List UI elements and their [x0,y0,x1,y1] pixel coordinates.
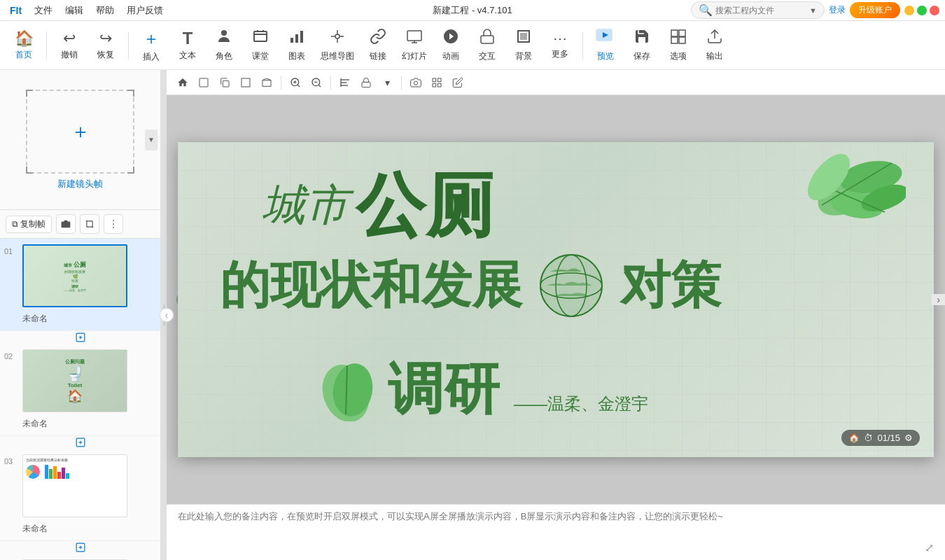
ct-divider-1 [281,76,281,90]
animation-icon [442,28,459,49]
toolbar-class[interactable]: 课堂 [244,24,277,66]
copy-frame-button[interactable]: ⧉ 复制帧 [6,216,52,233]
svg-rect-33 [262,80,271,86]
ct-grid-icon[interactable] [428,74,446,92]
mini-pie-chart [26,465,40,479]
toolbar-options-label: 选项 [670,50,687,62]
new-frame-box[interactable]: ＋ [26,90,134,174]
interact-icon [479,28,496,49]
split-handle[interactable] [161,70,167,560]
search-dropdown-icon[interactable]: ▼ [809,6,817,15]
minimize-button[interactable] [904,6,914,15]
svg-rect-15 [671,30,678,36]
toolbar-home-label: 首页 [15,49,32,61]
ct-zoom-in-icon[interactable] [286,74,304,92]
menu-file[interactable]: 文件 [30,3,57,18]
toolbar-home[interactable]: 🏠 首页 [7,24,41,66]
search-icon: 🔍 [699,4,713,17]
ct-square-icon[interactable] [237,74,255,92]
menu-edit[interactable]: 编辑 [61,3,88,18]
toolbar-link[interactable]: 链接 [361,24,395,66]
svg-rect-18 [679,37,685,43]
toolbar-options[interactable]: 选项 [662,24,695,66]
upgrade-button[interactable]: 升级账户 [850,2,900,18]
toolbar-more[interactable]: ⋯ 更多 [543,24,577,66]
toolbar-redo-label: 恢复 [97,49,114,61]
menu-feedback[interactable]: 用户反馈 [122,3,167,18]
insert-icon: ＋ [143,27,160,50]
svg-point-0 [221,30,227,36]
toolbar-animation[interactable]: 动画 [434,24,468,66]
slide-number-3: 03 [4,454,18,465]
toolbar-save[interactable]: 保存 [625,24,659,66]
ct-frame-icon[interactable] [195,74,213,92]
svg-rect-2 [290,38,293,43]
ct-copy-icon[interactable] [216,74,234,92]
toolbar-bg[interactable]: 背景 [507,24,540,66]
more-options-button[interactable] [104,214,123,234]
corner-bl [26,167,33,174]
slide-thumb-2: 公厕问题 🚽 Toilet 🏠 [22,349,127,412]
slide-counter: 🏠 ⏱ 01/15 ⚙ [841,430,920,446]
svg-rect-47 [433,78,436,82]
slide-name-1: 未命名 [22,313,127,325]
camera-button[interactable] [56,214,76,234]
new-frame-label[interactable]: 新建镜头帧 [57,178,103,190]
login-button[interactable]: 登录 [829,4,846,16]
ct-screenshot-icon[interactable] [407,74,425,92]
toolbar-divider-2 [128,31,129,59]
ct-lock-icon[interactable] [357,74,375,92]
search-box[interactable]: 🔍 ▼ [691,1,825,19]
toolbar-export[interactable]: 输出 [698,24,732,66]
svg-rect-17 [671,37,678,43]
ct-dropdown-icon[interactable]: ▾ [378,74,396,92]
close-button[interactable] [930,6,939,15]
expand-notes-button[interactable]: ⤢ [925,541,934,554]
toolbar-link-label: 链接 [370,50,386,62]
toolbar-slide[interactable]: 幻灯片 [398,24,431,66]
slide-item-1[interactable]: 01 城市 公厕 的现状和发展 🌿 对策 调研 ——温柔、金澄宇 [0,239,160,331]
ct-zoom-out-icon[interactable] [307,74,326,92]
crop-button[interactable] [80,214,99,234]
toolbar-interact[interactable]: 交互 [470,24,504,66]
slide-title-row2: 的现状和发展 对策 [220,251,721,321]
slide-item-3[interactable]: 03 当前状况调查结果分析表格 [0,449,160,541]
corner-tl [26,90,33,97]
toolbar-class-label: 课堂 [252,50,269,62]
right-collapse-button[interactable]: › [931,294,945,305]
chart-icon [288,28,305,49]
ct-edit-icon[interactable] [449,74,467,92]
collapse-panel-button[interactable]: ▼ [145,130,158,150]
slide-name-2: 未命名 [22,418,127,430]
slide-content[interactable]: 城市 公厕 的现状和发展 对策 [178,142,934,457]
slide-thumb-1-content: 城市 公厕 的现状和发展 🌿 对策 调研 ——温柔、金澄宇 [24,246,126,306]
slide-title-row3: 调研 ——温柔、金澄宇 [318,352,648,428]
ct-home-icon[interactable] [174,74,192,92]
search-input[interactable] [715,6,806,15]
menu-help[interactable]: 帮助 [92,3,118,18]
title-bar: FIt 文件 编辑 帮助 用户反馈 新建工程 - v4.7.101 🔍 ▼ 登录… [0,0,945,21]
ct-layers-icon[interactable] [258,74,276,92]
ct-divider-2 [330,76,331,90]
toolbar-character-label: 角色 [216,50,232,62]
toolbar-text[interactable]: T 文本 [171,24,204,66]
toolbar-redo[interactable]: ↪ 恢复 [89,24,122,66]
toolbar-character[interactable]: 角色 [207,24,241,66]
text-xianzhuang: 的现状和发展 [220,252,522,319]
ct-align-left-icon[interactable] [336,74,354,92]
slide-item-2[interactable]: 02 公厕问题 🚽 Toilet 🏠 未命名 [0,344,160,436]
toolbar-chart[interactable]: 图表 [280,24,314,66]
slide-item-4[interactable]: 04 [0,554,160,560]
toolbar-undo[interactable]: ↩ 撤销 [52,24,86,66]
home-icon: 🏠 [15,29,34,48]
slide-canvas[interactable]: 1 城市 公厕 [167,95,945,504]
maximize-button[interactable] [917,6,927,15]
globe-icon [536,251,606,321]
text-icon: T [183,29,193,48]
toolbar-preview[interactable]: 预览 [589,24,622,66]
titlebar-right: 🔍 ▼ 登录 升级账户 [691,1,939,19]
slide-counter-home-icon: 🏠 [848,433,860,443]
notes-textarea[interactable] [178,510,934,549]
toolbar-mindmap[interactable]: 思维导图 [316,24,358,66]
toolbar-insert[interactable]: ＋ 插入 [134,24,168,66]
